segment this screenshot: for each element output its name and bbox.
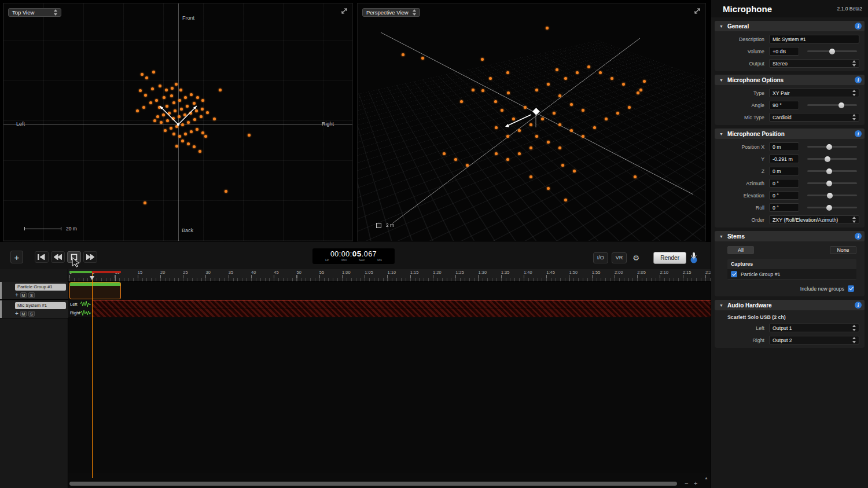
include-new-groups-checkbox[interactable] [848,285,854,292]
stepper-icon [53,9,58,16]
view-selector-top[interactable]: Top View [8,8,61,17]
track-add-button[interactable]: + [15,311,19,317]
timecode-display[interactable]: 00:00:05.067 HrMinSecMs [312,248,395,264]
angle-field[interactable] [769,101,799,109]
position-x-field[interactable] [769,142,799,151]
transport-bar: + 00:00:05.067 HrMinSecMs I/O [0,241,711,269]
record-pending-bar [92,271,121,273]
track-name[interactable]: Particle Group #1 [15,284,66,291]
scale-bar: 20 m [24,226,77,232]
track-color-strip [0,282,2,299]
captures-box: Captures Particle Group #1 [727,259,856,280]
position-x-slider[interactable] [807,146,857,148]
disclosure-triangle-icon[interactable]: ▼ [719,132,723,136]
render-button[interactable]: Render [653,252,686,264]
top-view-viewport[interactable]: Front Left Right Back 20 m Top View [3,3,353,241]
disclosure-triangle-icon[interactable]: ▼ [719,303,723,307]
scrollbar-thumb[interactable] [69,482,677,486]
zoom-in-button[interactable]: + [694,480,697,487]
timeline-content[interactable]: Left Right [68,282,711,473]
add-button[interactable]: + [10,251,23,263]
order-select[interactable]: ZXY (Roll/Elevation/Azimuth) [769,215,859,224]
stepper-icon [852,90,857,96]
timecode-units: HrMinSecMs [312,258,395,263]
info-icon[interactable]: i [855,130,862,137]
mic-pattern-select[interactable]: Cardioid [769,113,859,122]
output-left-select[interactable]: Output 1 [769,324,859,332]
section-microphone-position-header[interactable]: ▼ Microphone Position i [715,129,865,139]
playhead-marker[interactable] [90,276,94,280]
mute-button[interactable]: M [20,311,27,317]
output-right-select[interactable]: Output 2 [769,336,859,344]
zoom-out-button[interactable]: − [685,480,688,487]
particle-group-clip[interactable] [69,282,121,299]
disclosure-triangle-icon[interactable]: ▼ [719,234,723,239]
azimuth-slider[interactable] [807,182,857,184]
solo-button[interactable]: S [28,311,35,317]
position-y-slider[interactable] [807,158,857,160]
gear-icon[interactable]: ⚙ [630,254,642,262]
view-selector-perspective[interactable]: Perspective View [362,8,420,17]
section-microphone-options-header[interactable]: ▼ Microphone Options i [715,75,865,85]
description-field[interactable] [769,35,859,43]
track-header-particle-group[interactable]: Particle Group #1 + M S [0,282,68,300]
track-name[interactable]: Mic System #1 [15,302,66,309]
expand-icon[interactable] [340,7,349,16]
stems-none-button[interactable]: None [830,246,856,254]
perspective-view-viewport[interactable]: 2 m Perspective View [357,3,706,241]
info-icon[interactable]: i [855,23,862,30]
stems-all-button[interactable]: All [727,246,754,254]
mute-button[interactable]: M [20,292,27,298]
roll-field[interactable] [769,203,799,212]
info-icon[interactable]: i [855,76,862,83]
capture-item-particle-group[interactable]: Particle Group #1 [727,269,856,279]
audio-lane-right: Right [68,309,93,317]
azimuth-field[interactable] [769,179,799,188]
rewind-button[interactable] [51,251,65,263]
angle-slider[interactable] [807,104,857,106]
checkbox-checked[interactable] [731,271,737,277]
mic-type-pair-select[interactable]: XY Pair [769,89,859,97]
left-label: Left [16,121,25,127]
scale-label: 2 m [386,222,394,228]
roll-slider[interactable] [807,207,857,208]
position-z-field[interactable] [769,167,799,175]
volume-field[interactable] [769,47,799,56]
track-color-strip [0,300,2,318]
section-general-header[interactable]: ▼ General i [715,21,865,31]
section-stems-header[interactable]: ▼ Stems i [715,231,865,241]
app-root: Front Left Right Back 20 m Top View [0,0,868,488]
scroll-up-arrow[interactable]: ▲ [704,476,708,480]
timeline-ruler[interactable]: 05101520253035404550551:001:051:101:151:… [68,269,711,282]
section-microphone-options: ▼ Microphone Options i Type XY Pair Angl… [715,75,865,125]
stepper-icon [852,325,857,331]
expand-icon[interactable] [693,7,702,16]
disclosure-triangle-icon[interactable]: ▼ [719,78,723,82]
horizontal-scrollbar[interactable] [68,482,681,486]
waveform-left [80,300,91,308]
solo-button[interactable]: S [28,292,35,298]
fast-forward-button[interactable] [83,251,97,263]
stepper-icon [852,60,857,67]
right-label: Right [322,121,334,127]
inspector-title: Microphone [723,4,837,14]
section-audio-hardware-header[interactable]: ▼ Audio Hardware i [715,300,865,310]
position-z-slider[interactable] [807,170,857,172]
position-y-field[interactable] [769,155,799,163]
scale-indicator: 2 m [376,222,394,228]
vr-button[interactable]: VR [612,252,627,263]
skip-start-button[interactable] [35,251,49,263]
stepper-icon [412,9,417,16]
disclosure-triangle-icon[interactable]: ▼ [719,24,723,28]
track-header-mic-system[interactable]: Mic System #1 + M S [0,300,68,318]
info-icon[interactable]: i [855,233,862,240]
output-select[interactable]: Stereo [769,59,859,68]
elevation-field[interactable] [769,191,799,200]
elevation-slider[interactable] [807,195,857,196]
back-label: Back [182,228,193,233]
playhead[interactable] [92,273,93,478]
io-button[interactable]: I/O [593,252,608,263]
info-icon[interactable]: i [855,302,862,309]
track-add-button[interactable]: + [15,292,19,298]
volume-slider[interactable] [807,50,857,52]
